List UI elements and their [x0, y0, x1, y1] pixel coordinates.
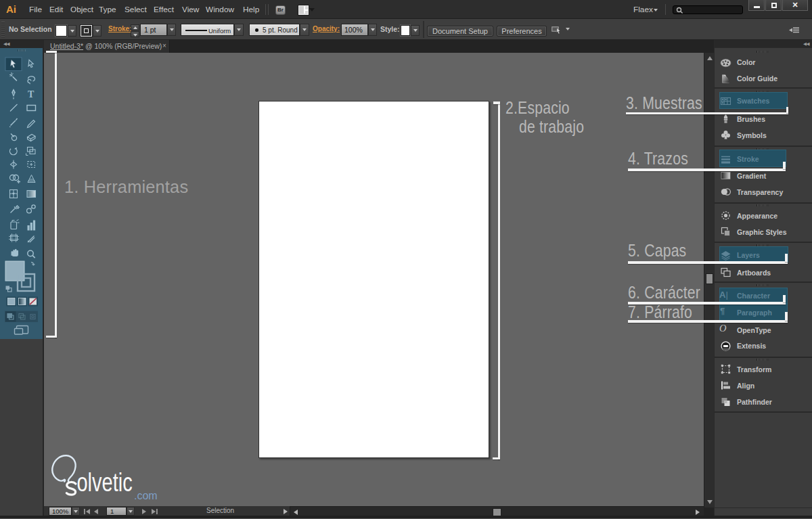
svg-text:T: T: [28, 89, 35, 99]
svg-text:olvetic: olvetic: [77, 468, 133, 497]
svg-text:.com: .com: [134, 490, 158, 501]
